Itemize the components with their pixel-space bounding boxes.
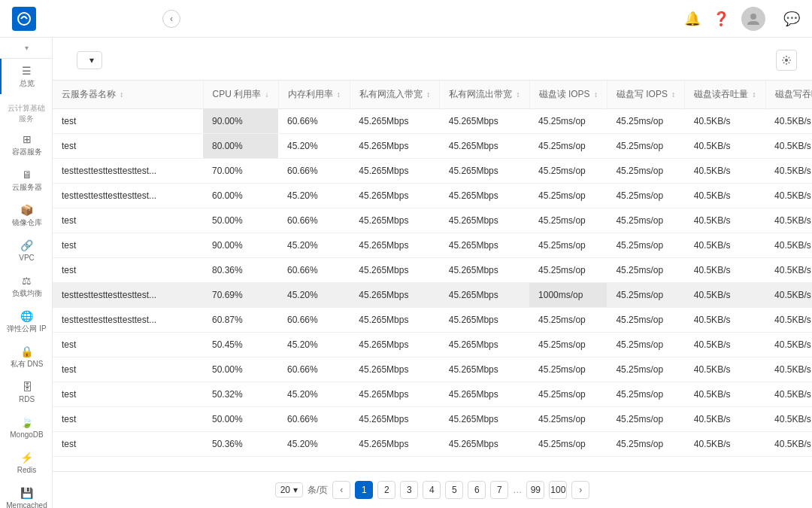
table-cell: 40.5KB/s bbox=[765, 382, 812, 407]
table-cell: 40.5KB/s bbox=[685, 258, 765, 283]
table-cell: 45.265Mbps bbox=[440, 432, 529, 457]
rds-icon: 🗄 bbox=[22, 381, 32, 393]
sidebar-item-dns[interactable]: 🔒 私有 DNS bbox=[0, 339, 52, 375]
col-disk-r-iops[interactable]: 磁盘读 IOPS ↕ bbox=[529, 81, 607, 109]
sidebar-item-mongodb[interactable]: 🍃 MongoDB bbox=[0, 410, 52, 446]
table-cell: 40.5KB/s bbox=[685, 308, 765, 333]
col-disk-w-iops-label: 磁盘写 IOPS bbox=[617, 89, 668, 99]
table-cell: 40.5KB/s bbox=[685, 432, 765, 457]
table-cell: 40.5KB/s bbox=[765, 432, 812, 457]
sidebar-item-registry[interactable]: 📦 镜像仓库 bbox=[0, 198, 52, 233]
col-net-out[interactable]: 私有网流出带宽 ↕ bbox=[440, 81, 529, 109]
help-icon[interactable]: ❓ bbox=[713, 11, 729, 27]
sidebar-item-memcached[interactable]: 💾 Memcached bbox=[0, 481, 52, 508]
sidebar-label-mongodb: MongoDB bbox=[10, 430, 43, 440]
table-cell: 45.25ms/op bbox=[529, 208, 607, 233]
region-selector[interactable]: ▾ bbox=[0, 38, 52, 59]
page-size-select[interactable]: 20 ▾ bbox=[275, 482, 303, 497]
next-page-button[interactable]: › bbox=[571, 481, 589, 499]
table-cell: 45.25ms/op bbox=[607, 382, 684, 407]
chevron-down-icon: ▾ bbox=[25, 44, 29, 52]
pagination: 20 ▾ 条/页 ‹ 1 2 3 4 5 6 7 … 99 100 › bbox=[53, 471, 812, 508]
settings-button[interactable] bbox=[776, 50, 797, 71]
page-btn-2[interactable]: 2 bbox=[377, 481, 395, 499]
table-row: test50.45%45.20%45.265Mbps45.265Mbps45.2… bbox=[53, 333, 812, 357]
chat-icon[interactable]: 💬 bbox=[783, 11, 800, 27]
sidebar-label-registry: 镜像仓库 bbox=[12, 217, 42, 227]
table-cell: 45.25ms/op bbox=[529, 258, 607, 283]
sort-name-icon: ↕ bbox=[120, 90, 123, 99]
table-cell: test bbox=[53, 233, 203, 258]
sidebar-item-eip[interactable]: 🌐 弹性公网 IP bbox=[0, 304, 52, 339]
svg-point-0 bbox=[18, 13, 30, 25]
sidebar-item-vm[interactable]: 🖥 云服务器 bbox=[0, 163, 52, 198]
table-cell: 50.00% bbox=[203, 208, 278, 233]
vpc-select[interactable]: ▾ bbox=[77, 51, 102, 69]
page-btn-100[interactable]: 100 bbox=[549, 481, 567, 499]
col-cpu[interactable]: CPU 利用率 ↓ bbox=[203, 81, 278, 109]
sidebar-label-lb: 负载均衡 bbox=[12, 288, 42, 298]
page-size-label: 条/页 bbox=[308, 484, 328, 497]
table-cell: 40.5KB/s bbox=[685, 283, 765, 308]
table-row: test80.00%45.20%45.265Mbps45.265Mbps45.2… bbox=[53, 134, 812, 159]
bell-icon[interactable]: 🔔 bbox=[684, 11, 701, 27]
col-mem[interactable]: 内存利用率 ↕ bbox=[278, 81, 350, 109]
table-cell: 40.5KB/s bbox=[765, 109, 812, 134]
prev-page-button[interactable]: ‹ bbox=[332, 481, 350, 499]
table-cell: 45.20% bbox=[278, 432, 350, 457]
sidebar-item-vpc[interactable]: 🔗 VPC bbox=[0, 233, 52, 269]
page-ellipsis: … bbox=[513, 485, 522, 495]
sort-disk-r-iops-icon: ↕ bbox=[594, 90, 598, 99]
user-area[interactable] bbox=[741, 7, 771, 31]
sort-disk-r-thr-icon: ↕ bbox=[753, 90, 756, 99]
content-area: ▾ 云服务器名称 ↕ bbox=[53, 38, 812, 508]
page-btn-7[interactable]: 7 bbox=[490, 481, 508, 499]
page-btn-5[interactable]: 5 bbox=[445, 481, 463, 499]
table-cell: test bbox=[53, 333, 203, 357]
col-net-in[interactable]: 私有网流入带宽 ↕ bbox=[350, 81, 439, 109]
sort-disk-w-iops-icon: ↕ bbox=[671, 90, 675, 99]
table-cell: 45.265Mbps bbox=[440, 159, 529, 184]
table-row: test90.00%45.20%45.265Mbps45.265Mbps45.2… bbox=[53, 233, 812, 258]
table-body: test90.00%60.66%45.265Mbps45.265Mbps45.2… bbox=[53, 109, 812, 457]
table-cell: 45.25ms/op bbox=[607, 109, 684, 134]
table-cell: 40.5KB/s bbox=[685, 208, 765, 233]
content-header: ▾ bbox=[53, 38, 812, 81]
table-cell: 45.25ms/op bbox=[529, 134, 607, 159]
sidebar-item-lb[interactable]: ⚖ 负载均衡 bbox=[0, 269, 52, 304]
back-button[interactable]: ‹ bbox=[162, 10, 180, 28]
col-name[interactable]: 云服务器名称 ↕ bbox=[53, 81, 203, 109]
table-cell: testtesttesttesttesttest... bbox=[53, 308, 203, 333]
page-btn-1[interactable]: 1 bbox=[355, 481, 373, 499]
col-disk-w-thr[interactable]: 磁盘写吞吐量 ↕ bbox=[765, 81, 812, 109]
sidebar-item-overview[interactable]: ☰ 总览 bbox=[0, 59, 52, 94]
col-disk-r-thr[interactable]: 磁盘读吞吐量 ↕ bbox=[685, 81, 765, 109]
col-net-in-label: 私有网流入带宽 bbox=[359, 89, 423, 99]
page-btn-4[interactable]: 4 bbox=[423, 481, 441, 499]
sidebar-item-redis[interactable]: ⚡ Redis bbox=[0, 446, 52, 481]
svg-point-2 bbox=[785, 59, 788, 62]
table-row: testtesttesttesttesttest...60.87%60.66%4… bbox=[53, 308, 812, 333]
table-cell: 90.00% bbox=[203, 109, 278, 134]
sidebar-section-compute: 云计算基础服务 bbox=[0, 94, 52, 127]
sidebar-item-rds[interactable]: 🗄 RDS bbox=[0, 375, 52, 410]
page-btn-3[interactable]: 3 bbox=[400, 481, 418, 499]
table-cell: 45.25ms/op bbox=[529, 109, 607, 134]
sidebar-item-container[interactable]: ⊞ 容器服务 bbox=[0, 127, 52, 163]
col-name-label: 云服务器名称 bbox=[62, 89, 116, 99]
sidebar-label-overview: 总览 bbox=[20, 78, 35, 88]
sort-net-in-icon: ↕ bbox=[426, 90, 430, 99]
col-cpu-label: CPU 利用率 bbox=[213, 89, 262, 99]
table-cell: 60.66% bbox=[278, 357, 350, 382]
table-cell: 45.25ms/op bbox=[529, 308, 607, 333]
svg-point-1 bbox=[750, 14, 756, 20]
table-cell: testtesttesttesttesttest... bbox=[53, 159, 203, 184]
col-disk-w-iops[interactable]: 磁盘写 IOPS ↕ bbox=[607, 81, 684, 109]
app-header: ‹ 🔔 ❓ 💬 bbox=[0, 0, 812, 38]
table-cell: 45.265Mbps bbox=[350, 308, 439, 333]
page-btn-99[interactable]: 99 bbox=[526, 481, 544, 499]
table-cell: 45.25ms/op bbox=[607, 333, 684, 357]
sidebar-label-container: 容器服务 bbox=[12, 147, 42, 157]
page-btn-6[interactable]: 6 bbox=[468, 481, 486, 499]
table-cell: 60.66% bbox=[278, 407, 350, 432]
